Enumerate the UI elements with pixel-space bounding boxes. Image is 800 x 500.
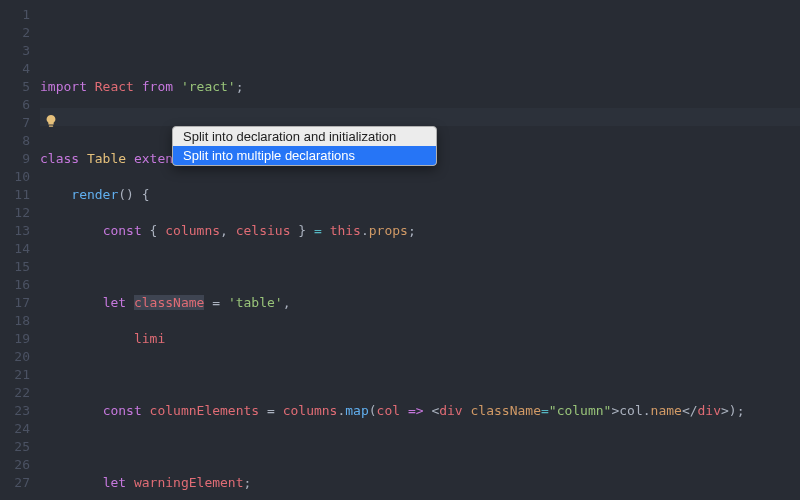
- line-number: 1: [0, 6, 30, 24]
- line-number: 6: [0, 96, 30, 114]
- line-number: 14: [0, 240, 30, 258]
- line-number: 25: [0, 438, 30, 456]
- line-number: 2: [0, 24, 30, 42]
- line-gutter: 1 2 3 4 5 6 7 8 9 10 11 12 13 14 15 16 1…: [0, 0, 40, 500]
- line-number: 27: [0, 474, 30, 492]
- line-number: 18: [0, 312, 30, 330]
- line-number: 24: [0, 420, 30, 438]
- line-number: 11: [0, 186, 30, 204]
- code-area[interactable]: import React from 'react'; class Table e…: [40, 0, 800, 500]
- line-number: 5: [0, 78, 30, 96]
- line-number: 15: [0, 258, 30, 276]
- line-number: 20: [0, 348, 30, 366]
- line-number: 16: [0, 276, 30, 294]
- line-number: 21: [0, 366, 30, 384]
- code-editor: 1 2 3 4 5 6 7 8 9 10 11 12 13 14 15 16 1…: [0, 0, 800, 500]
- intention-action-item[interactable]: Split into declaration and initializatio…: [173, 127, 436, 146]
- line-number: 19: [0, 330, 30, 348]
- line-number: 26: [0, 456, 30, 474]
- intention-actions-popup: Split into declaration and initializatio…: [172, 126, 437, 166]
- line-number: 22: [0, 384, 30, 402]
- line-number: 23: [0, 402, 30, 420]
- lightbulb-icon[interactable]: [44, 114, 58, 128]
- line-number: 10: [0, 168, 30, 186]
- line-number: 17: [0, 294, 30, 312]
- intention-action-item[interactable]: Split into multiple declarations: [173, 146, 436, 165]
- line-number: 8: [0, 132, 30, 150]
- line-number: 13: [0, 222, 30, 240]
- line-number: 7: [0, 114, 30, 132]
- line-number: 4: [0, 60, 30, 78]
- line-number: 9: [0, 150, 30, 168]
- svg-rect-0: [49, 125, 53, 126]
- line-number: 12: [0, 204, 30, 222]
- line-number: 3: [0, 42, 30, 60]
